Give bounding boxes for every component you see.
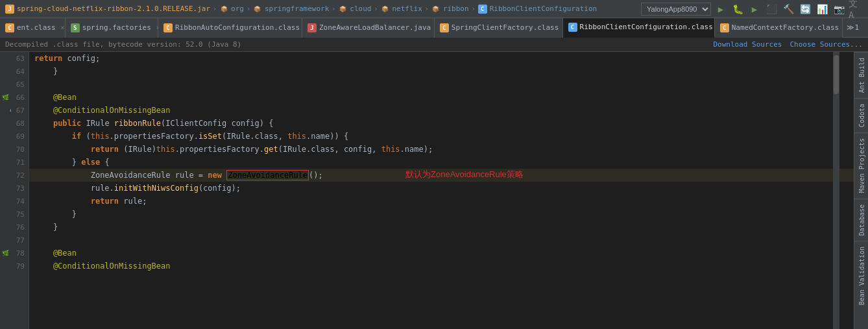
gutter-74: 74 xyxy=(0,195,29,208)
tab-component-close[interactable]: × xyxy=(61,24,65,31)
jar-icon: J xyxy=(5,5,14,14)
gutter-75: 75 xyxy=(0,208,29,221)
line-number-66: 66 xyxy=(16,93,25,102)
code-line-64: } xyxy=(29,65,854,78)
app-selector[interactable]: YalongApp8090 xyxy=(641,3,711,16)
line-number-64: 64 xyxy=(16,67,25,76)
breadcrumb-class[interactable]: RibbonClientConfiguration xyxy=(490,5,597,13)
breadcrumb-cloud[interactable]: cloud xyxy=(350,5,371,13)
breadcrumb-netflix[interactable]: netflix xyxy=(392,5,422,13)
breadcrumb-jar[interactable]: spring-cloud-netflix-ribbon-2.1.0.RELEAS… xyxy=(17,5,210,13)
run-button[interactable]: ▶ xyxy=(714,2,728,16)
vertical-scrollbar[interactable] xyxy=(833,52,839,329)
org-pkg-icon: 📦 xyxy=(219,5,228,14)
code-line-65 xyxy=(29,78,854,91)
code-line-66: @Bean xyxy=(29,91,854,104)
gutter-66: 🌿 66 xyxy=(0,91,29,104)
line-number-78: 78 xyxy=(16,249,25,258)
right-tab-codota[interactable]: Codota xyxy=(854,98,869,132)
download-sources-link[interactable]: Download Sources xyxy=(713,40,782,49)
line-number-65: 65 xyxy=(16,80,25,89)
coverage2-button[interactable]: 📊 xyxy=(815,2,829,16)
gutter-65: 65 xyxy=(0,78,29,91)
editor-tabs: C ent.class × S spring.factories × C Rib… xyxy=(0,18,843,38)
netflix-pkg-icon: 📦 xyxy=(380,5,389,14)
breadcrumb-sep1: › xyxy=(213,5,217,12)
right-tab-database[interactable]: Database xyxy=(854,199,869,241)
gutter-68: 68 xyxy=(0,117,29,130)
bean-icon-78[interactable]: 🌿 xyxy=(1,249,9,257)
code-line-63: return config; xyxy=(29,52,854,65)
gutter-78: 🌿 78 xyxy=(0,247,29,260)
tab-springclient-icon: C xyxy=(440,23,449,32)
info-bar: Decompiled .class file, bytecode version… xyxy=(0,38,868,52)
chinese-annotation: 默认为ZoneAvoidanceRule策略 xyxy=(405,169,524,180)
tab-namedcontext-label: NamedContextFactory.class xyxy=(732,23,839,32)
class-icon: C xyxy=(478,5,487,14)
tab-ribbonclient-icon: C xyxy=(568,23,577,32)
breadcrumb-bar: J spring-cloud-netflix-ribbon-2.1.0.RELE… xyxy=(0,0,868,18)
code-line-77 xyxy=(29,234,854,247)
code-line-72: ZoneAvoidanceRule rule = new ZoneAvoidan… xyxy=(29,169,854,182)
bean-icon-66[interactable]: 🌿 xyxy=(1,93,9,101)
tab-ribbonauto-label: RibbonAutoConfiguration.class xyxy=(175,23,300,32)
line-number-70: 70 xyxy=(16,145,25,154)
breadcrumb-springframework[interactable]: springframework xyxy=(265,5,329,13)
screenshot-button[interactable]: 📷 xyxy=(832,2,846,16)
tab-ribbonauto-icon: C xyxy=(163,23,173,32)
line-gutter: 63 64 65 🌿 66 ⬇ 67 68 69 70 xyxy=(0,52,29,329)
choose-sources-link[interactable]: Choose Sources... xyxy=(790,40,863,49)
code-line-71: } else { xyxy=(29,156,854,169)
gutter-69: 69 xyxy=(0,130,29,143)
gutter-72: 72 xyxy=(0,169,29,182)
sync-button[interactable]: 🔄 xyxy=(798,2,812,16)
gutter-70: 70 xyxy=(0,143,29,156)
coverage-button[interactable]: ▶ xyxy=(747,2,762,16)
tab-component-icon: C xyxy=(5,23,14,32)
line-number-63: 63 xyxy=(16,55,25,63)
tab-ribbonclient[interactable]: C RibbonClientConfiguration.class × xyxy=(563,18,715,38)
translate-button[interactable]: 文A xyxy=(849,2,863,16)
decompile-info: Decompiled .class file, bytecode version… xyxy=(5,40,241,49)
tab-factories[interactable]: S spring.factories × xyxy=(66,18,158,38)
right-panel: Ant Build Codota Maven Projects Database… xyxy=(854,52,868,329)
tab-namedcontext-icon: C xyxy=(720,23,729,32)
debug-button[interactable]: 🐛 xyxy=(730,2,745,16)
tab-component[interactable]: C ent.class × xyxy=(0,18,66,38)
line-number-69: 69 xyxy=(16,132,25,141)
ribbon-pkg-icon: 📦 xyxy=(431,5,440,14)
code-line-73: rule. initWithNiwsConfig (config); xyxy=(29,182,854,195)
gutter-79: 79 xyxy=(0,260,29,273)
right-tab-ant[interactable]: Ant Build xyxy=(854,52,869,98)
springframework-pkg-icon: 📦 xyxy=(253,5,262,14)
editor-container: 63 64 65 🌿 66 ⬇ 67 68 69 70 xyxy=(0,52,868,329)
gutter-71: 71 xyxy=(0,156,29,169)
breadcrumb-ribbon[interactable]: ribbon xyxy=(443,5,469,13)
breadcrumb-org[interactable]: org xyxy=(231,5,244,13)
code-line-76: } xyxy=(29,221,854,234)
right-tab-bean[interactable]: Bean Validation xyxy=(854,241,869,310)
code-line-79: @ConditionalOnMissingBean xyxy=(29,260,854,273)
tab-zoneaware-icon: J xyxy=(307,23,317,32)
line-number-72: 72 xyxy=(16,171,25,180)
tabs-toolbar: C ent.class × S spring.factories × C Rib… xyxy=(0,18,868,38)
code-line-74: return rule; xyxy=(29,195,854,208)
tab-zoneaware-label: ZoneAwareLoadBalancer.java xyxy=(319,23,431,32)
code-editor[interactable]: return config; } @Bean @ConditionalOnMis… xyxy=(29,52,854,329)
kw-return-63: return xyxy=(34,54,62,63)
code-line-70: return (IRule) this .propertiesFactory. … xyxy=(29,143,854,156)
scrollbar-thumb[interactable] xyxy=(834,55,839,94)
tab-ribbonauto[interactable]: C RibbonAutoConfiguration.class × xyxy=(158,18,302,38)
tab-namedcontext[interactable]: C NamedContextFactory.class × xyxy=(715,18,843,38)
gutter-64: 64 xyxy=(0,65,29,78)
tab-springclient[interactable]: C SpringClientFactory.class × xyxy=(435,18,563,38)
tabs-overflow[interactable]: ≫1 xyxy=(843,23,863,32)
code-line-75: } xyxy=(29,208,854,221)
stop-button[interactable]: ⬛ xyxy=(764,2,778,16)
tab-zoneaware[interactable]: J ZoneAwareLoadBalancer.java × xyxy=(302,18,435,38)
build-button[interactable]: 🔨 xyxy=(781,2,795,16)
line-number-76: 76 xyxy=(16,223,25,232)
gutter-76: 76 xyxy=(0,221,29,234)
line-number-67: 67 xyxy=(16,106,25,115)
right-tab-maven[interactable]: Maven Projects xyxy=(854,132,869,198)
